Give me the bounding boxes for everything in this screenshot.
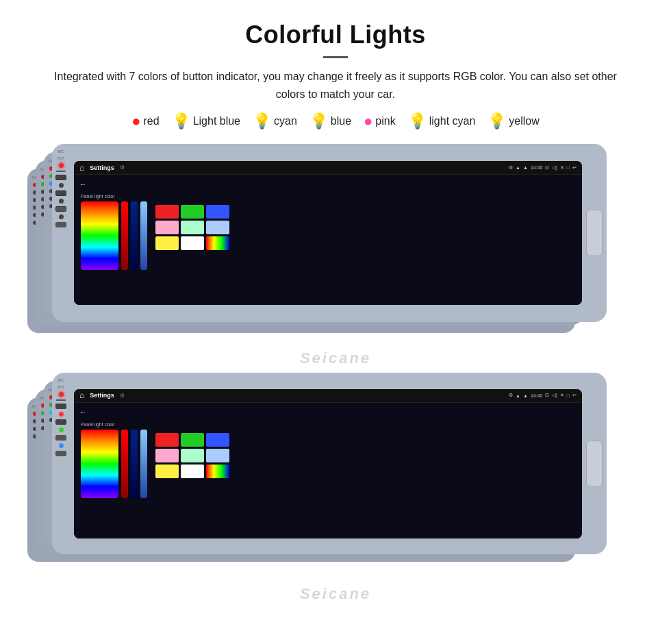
nav-btn[interactable]	[55, 175, 66, 180]
b-color-grid	[155, 433, 229, 536]
b-nav-btn2[interactable]	[55, 419, 66, 425]
b-cell-pink[interactable]	[155, 449, 179, 462]
back-arrow-btn[interactable]: ←	[79, 180, 86, 188]
screen-content: Panel light color	[74, 191, 582, 305]
b-cell-red[interactable]	[155, 433, 179, 447]
btn-circle3[interactable]	[59, 214, 64, 219]
b-panel-label: Panel light color	[81, 422, 147, 427]
b-cell-yellow[interactable]	[155, 465, 179, 478]
rainbow-bar	[81, 201, 118, 270]
b-power-btn[interactable]	[59, 392, 64, 397]
nav-btn4[interactable]	[55, 222, 66, 227]
cell-pink[interactable]	[155, 221, 179, 234]
car-unit-front: MIC RST ⌂	[52, 144, 607, 322]
b-cell-lb[interactable]	[206, 449, 229, 462]
b-cell-white[interactable]	[181, 465, 204, 478]
color-label-yellow: yellow	[509, 115, 539, 127]
blue-bulb-icon: 💡	[309, 114, 328, 129]
bottom-stack: MIC MIC	[27, 373, 644, 592]
btn-circle[interactable]	[59, 183, 64, 188]
rst-text: RST	[58, 156, 64, 160]
home-icon[interactable]: ⌂	[79, 163, 84, 173]
b-grid-row-3	[155, 465, 229, 478]
wifi-icon: ▲	[516, 165, 520, 170]
cell-green[interactable]	[181, 205, 204, 219]
power-btn-red[interactable]	[59, 163, 64, 168]
b-status-left: ⌂ Settings ⚙	[79, 391, 125, 400]
settings-gear: ⚙	[120, 164, 125, 171]
cell-blue[interactable]	[206, 205, 229, 219]
b-nav-btn4[interactable]	[55, 451, 66, 456]
nav-btn2[interactable]	[55, 190, 66, 196]
b-gear-icon: ⚙	[120, 393, 125, 399]
color-indicators: ● red 💡 Light blue 💡 cyan 💡 blue ● pink …	[27, 114, 644, 129]
cell-red[interactable]	[155, 205, 179, 219]
color-item-blue: 💡 blue	[309, 114, 351, 129]
x-icon: ✕	[560, 165, 564, 171]
cell-rainbow[interactable]	[206, 236, 229, 250]
b-x: ✕	[560, 393, 564, 398]
color-label-blue: blue	[331, 115, 351, 127]
b-wifi: ▲	[516, 393, 520, 398]
b-btn-lit-green[interactable]	[59, 428, 64, 432]
status-right: ⚙ ▲ ▲ 14:40 ⊡ ◁) ✕ □ ↩	[509, 165, 577, 171]
grid-row-1	[155, 205, 229, 219]
nav-btn3[interactable]	[55, 206, 66, 212]
b-right-handle	[586, 441, 603, 487]
page-title: Colorful Lights	[27, 21, 644, 49]
cell-yellow[interactable]	[155, 236, 179, 250]
b-screen-content: Panel light color	[74, 419, 582, 538]
b-cell-mint[interactable]	[181, 449, 204, 462]
grid-row-3	[155, 236, 229, 250]
b-divider	[56, 399, 66, 401]
color-label-pink: pink	[375, 115, 395, 127]
color-item-lightcyan: 💡 light cyan	[408, 114, 476, 129]
b-status-right: ⚙ ▲ ▲ 14:40 ⊡ ◁) ✕ □ ↩	[509, 393, 577, 398]
b-cell-green[interactable]	[181, 433, 204, 447]
btn-circle2[interactable]	[59, 199, 64, 203]
color-item-yellow: 💡 yellow	[488, 114, 539, 129]
b-settings-title: Settings	[90, 392, 114, 399]
cell-mint[interactable]	[181, 221, 204, 234]
bottom-car-unit-front: MIC RST ⌂	[52, 373, 607, 554]
b-blue-bar	[131, 430, 138, 498]
b-back: ↩	[572, 393, 577, 398]
front-side-strip: MIC RST	[52, 144, 70, 322]
b-signal: ▲	[523, 393, 528, 398]
b-cell-rainbow[interactable]	[206, 465, 229, 478]
cell-white[interactable]	[181, 236, 204, 250]
settings-title: Settings	[90, 164, 114, 171]
b-red-bar	[121, 430, 128, 498]
pink-bulb-icon: ●	[364, 114, 372, 129]
b-home-icon[interactable]: ⌂	[79, 391, 84, 400]
b-btn-lit-blue[interactable]	[59, 443, 64, 448]
b-lightblue-bar	[140, 430, 147, 498]
rect-icon: □	[567, 165, 570, 170]
b-cell-blue[interactable]	[206, 433, 229, 447]
divider	[56, 171, 66, 172]
top-stack: MIC MIC	[27, 144, 644, 356]
b-back-btn[interactable]: ←	[79, 408, 86, 416]
b-rainbow-bar	[81, 430, 118, 498]
bottom-front-strip: MIC RST	[52, 373, 70, 554]
b-panel-section: Panel light color	[81, 422, 147, 536]
b-btn-lit-red[interactable]	[59, 412, 64, 417]
b-rect: □	[567, 393, 570, 398]
color-label-lightcyan: light cyan	[429, 115, 476, 127]
back-icon: ↩	[572, 165, 577, 171]
b-cam: ⊡	[545, 393, 549, 398]
description-text: Integrated with 7 colors of button indic…	[41, 68, 630, 103]
cell-lightblue2[interactable]	[206, 221, 229, 234]
b-nav-btn1[interactable]	[55, 404, 66, 409]
b-time: 14:40	[531, 393, 543, 398]
time-display: 14:40	[531, 165, 543, 170]
b-status-bar: ⌂ Settings ⚙ ⚙ ▲ ▲ 14:40 ⊡ ◁) ✕ □	[74, 389, 582, 403]
panel-light-section: Panel light color	[81, 194, 147, 302]
bottom-main-screen: ⌂ Settings ⚙ ⚙ ▲ ▲ 14:40 ⊡ ◁) ✕ □	[74, 389, 582, 538]
color-grid	[155, 205, 229, 302]
volume-icon: ◁)	[552, 165, 557, 171]
b-nav-btn3[interactable]	[55, 435, 66, 441]
yellow-bulb-icon: 💡	[488, 114, 506, 129]
mic-text: MIC	[58, 149, 64, 153]
color-item-cyan: 💡 cyan	[253, 114, 297, 129]
